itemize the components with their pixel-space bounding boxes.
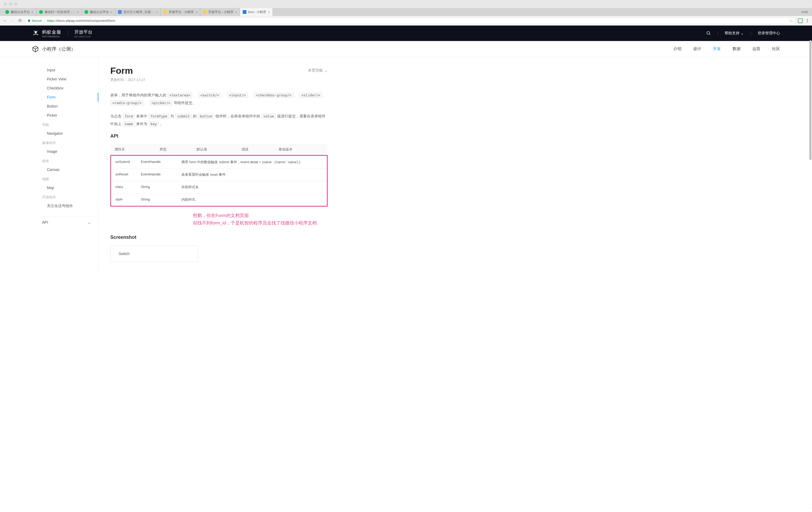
extension-icon[interactable]	[798, 19, 803, 23]
main-wrap: InputPicker ViewCheckboxFormButtonPicker…	[0, 57, 812, 273]
api-table-body: onSubmitEventHandle携带 form 中的数据触发 submit…	[111, 156, 327, 206]
forward-button[interactable]: →	[10, 19, 15, 23]
chevron-down-icon: ⌄	[324, 68, 328, 73]
subnav-item[interactable]: 社区	[772, 46, 780, 51]
table-cell	[318, 193, 327, 206]
browser-tab[interactable]: form · 小程序×	[240, 8, 273, 16]
login-link[interactable]: 登录管理中心	[758, 31, 780, 36]
help-link[interactable]: 帮助支持 ⌄	[725, 31, 744, 36]
code-chip: <switch/>	[198, 92, 221, 98]
sidebar-item[interactable]: 关注生活号组件	[37, 201, 98, 211]
sidebar-group-label: 地图	[37, 174, 98, 183]
site-subnav: 小程序（公测） 介绍设计开发数据运营社区	[0, 41, 812, 57]
subnav-item[interactable]: 设计	[693, 46, 701, 51]
description-paragraph-1: 表单，用于将组件内的用户输入的 <textarea> 、 <switch/> 、…	[110, 91, 328, 107]
tab-close-icon[interactable]: ×	[111, 10, 113, 14]
table-cell	[318, 181, 327, 193]
sidebar-item[interactable]: Map	[37, 183, 98, 192]
table-cell: 携带 form 中的数据触发 submit 事件，event.detail = …	[177, 156, 318, 168]
table-cell: String	[137, 193, 168, 206]
bookmark-star-icon[interactable]: ☆	[789, 18, 793, 23]
brand[interactable]: 蚂蚁金服 ANT FINANCIAL 开放平台 ant-open.com	[32, 29, 92, 38]
ant-logo-icon	[32, 30, 39, 37]
tab-close-icon[interactable]: ×	[195, 10, 197, 14]
svg-point-1	[34, 31, 35, 31]
table-header-cell: 描述	[237, 144, 274, 155]
table-cell: 表单重置时会触发 reset 事件	[177, 168, 318, 181]
browser-tab[interactable]: 开放平台 - 小程序×	[161, 8, 200, 16]
description-paragraph-2: 当点击 form 表单中 formType 为 submit 的 button …	[110, 112, 328, 128]
code-chip: <textarea>	[167, 92, 192, 98]
table-cell	[168, 193, 177, 206]
browser-tab-strip: 微信公众平台×微信扫一扫支持开发者×微信公众平台×支付宝小程序_百度搜索×开放平…	[0, 8, 812, 16]
sidebar-item[interactable]: Canvas	[37, 165, 98, 174]
tab-close-icon[interactable]: ×	[156, 10, 158, 14]
table-header-cell: 属性名	[110, 144, 155, 155]
tab-title: 支付宝小程序_百度搜索	[123, 10, 154, 14]
tab-title: 微信公众平台	[90, 10, 109, 14]
tab-favicon-icon	[203, 10, 207, 14]
sidebar-item[interactable]: Checkbox	[37, 84, 98, 93]
window-titlebar	[0, 0, 812, 8]
svg-line-4	[709, 34, 710, 35]
tab-title: 微信扫一扫支持开发者	[45, 10, 75, 14]
address-bar[interactable]: Secure | https://docs.alipay.com/mini/co…	[25, 17, 795, 24]
tab-close-icon[interactable]: ×	[77, 10, 79, 14]
brand-name: 蚂蚁金服	[42, 30, 61, 35]
sidebar-item[interactable]: Form	[37, 93, 98, 102]
table-cell: 内联样式	[177, 193, 318, 206]
tab-close-icon[interactable]: ×	[235, 10, 237, 14]
subnav-items: 介绍设计开发数据运营社区	[673, 46, 780, 51]
browser-tab[interactable]: 微信扫一扫支持开发者×	[36, 8, 82, 16]
search-icon[interactable]	[706, 31, 711, 36]
zoom-window-icon[interactable]	[14, 2, 18, 6]
brand-sub: ANT FINANCIAL	[42, 35, 61, 38]
table-row: classString外部样式名	[111, 181, 327, 193]
close-window-icon[interactable]	[4, 2, 7, 6]
browser-tab[interactable]: 开放平台 - 小程序×	[200, 8, 240, 16]
tab-favicon-icon	[163, 10, 167, 14]
tab-title: 微信公众平台	[11, 10, 30, 14]
sidebar-item[interactable]: Picker	[37, 111, 98, 120]
cube-icon	[32, 46, 39, 53]
site-topnav: 蚂蚁金服 ANT FINANCIAL 开放平台 ant-open.com | 帮…	[0, 26, 812, 41]
subnav-item[interactable]: 开发	[713, 46, 721, 51]
sidebar-api-toggle[interactable]: API⌄	[37, 216, 98, 228]
back-button[interactable]: ←	[3, 19, 7, 23]
table-cell: class	[111, 181, 137, 193]
browser-tab[interactable]: 支付宝小程序_百度搜索×	[115, 8, 161, 16]
browser-menu-icon[interactable]	[805, 19, 809, 22]
browser-tab[interactable]: 微信公众平台×	[3, 8, 36, 16]
table-header-cell: 默认值	[192, 144, 237, 155]
table-header-cell: 最低版本	[274, 144, 328, 155]
sidebar-item[interactable]: Picker View	[37, 74, 98, 84]
tab-favicon-icon	[39, 10, 43, 14]
browser-window: 微信公众平台×微信扫一扫支持开发者×微信公众平台×支付宝小程序_百度搜索×开放平…	[0, 0, 812, 512]
sidebar-group-label: 开放组件	[37, 192, 98, 201]
tab-close-icon[interactable]: ×	[268, 10, 270, 14]
reload-button[interactable]: ⟳	[18, 19, 22, 23]
tab-close-icon[interactable]: ×	[31, 10, 34, 14]
page-scrollbar-track[interactable]	[809, 40, 811, 512]
subnav-item[interactable]: 数据	[733, 46, 741, 51]
annotation-text: 然鹅，你在Form的文档页面 却找不到form_id，于是机智的程序员去找了找微…	[193, 212, 328, 228]
browser-tab[interactable]: 微信公众平台×	[82, 8, 116, 16]
api-table: 属性名类型默认值描述最低版本	[110, 144, 328, 155]
subnav-item[interactable]: 运营	[752, 46, 760, 51]
table-cell: onSubmit	[111, 156, 137, 168]
svg-point-0	[35, 31, 37, 33]
sidebar-item[interactable]: Image	[37, 147, 98, 156]
page-nav-toggle[interactable]: 本页导航 ⌄	[308, 68, 328, 73]
minimize-window-icon[interactable]	[9, 2, 12, 6]
sidebar-group-label: 媒体组件	[37, 138, 98, 147]
sidebar-item[interactable]: Button	[37, 102, 98, 111]
sidebar-item[interactable]: Navigator	[37, 129, 98, 138]
code-chip: <slider/>	[299, 92, 322, 98]
page-scrollbar-thumb[interactable]	[809, 40, 811, 160]
tab-title: 开放平台 - 小程序	[169, 10, 194, 14]
tab-title: 开放平台 - 小程序	[208, 10, 233, 14]
sidebar-item[interactable]: Input	[37, 65, 98, 74]
screenshot-preview-switch: Switch	[110, 245, 198, 262]
browser-profile[interactable]: vcvit	[797, 8, 812, 16]
subnav-item[interactable]: 介绍	[673, 46, 682, 51]
